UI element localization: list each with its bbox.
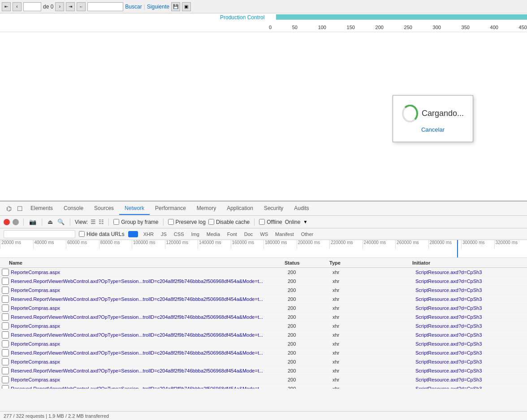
sep3 [70, 219, 70, 226]
tab-sources[interactable]: Sources [89, 202, 119, 215]
filter-js[interactable]: JS [159, 231, 168, 237]
table-row[interactable]: Reserved.ReportViewerWebControl.axd?OpTy… [0, 313, 527, 321]
table-row[interactable]: Reserved.ReportViewerWebControl.axd?OpTy… [0, 330, 527, 339]
group-by-frame-label[interactable]: Group by frame [113, 219, 158, 225]
row-status-7: 200 [288, 332, 333, 338]
offline-checkbox[interactable] [259, 219, 265, 225]
siguiente-link[interactable]: Siguiente [147, 4, 169, 10]
col-status-header[interactable]: Status [285, 260, 329, 266]
back-button[interactable]: ← [77, 2, 86, 11]
search-input[interactable] [87, 2, 123, 11]
clear-button[interactable] [13, 219, 19, 225]
filter-manifest[interactable]: Manifest [273, 231, 296, 237]
refresh-button[interactable]: ▣ [182, 2, 191, 11]
tab-memory[interactable]: Memory [191, 202, 221, 215]
filter-input[interactable] [4, 230, 75, 238]
table-row[interactable]: ReporteCompras.aspx 200 xhr ScriptResour… [0, 321, 527, 330]
row-status-2: 200 [288, 287, 333, 293]
first-page-button[interactable]: ⇤ [2, 2, 11, 11]
tab-audits[interactable]: Audits [289, 202, 314, 215]
filter-xhr[interactable]: XHR [142, 231, 156, 237]
camera-icon[interactable]: 📷 [28, 219, 37, 225]
group-by-frame-checkbox[interactable] [113, 219, 119, 225]
table-row[interactable]: ReporteCompras.aspx 200 xhr ScriptResour… [0, 357, 527, 366]
col-name-header[interactable]: Name [0, 260, 285, 266]
next-page-button[interactable]: › [55, 2, 64, 11]
filter-doc[interactable]: Doc [242, 231, 255, 237]
inspect-icon[interactable]: ⌬ [4, 203, 14, 214]
buscar-link[interactable]: Buscar [125, 4, 142, 10]
col-type-header[interactable]: Type [329, 260, 412, 266]
cancel-link[interactable]: Cancelar [402, 126, 464, 133]
devtools-tabs: ⌬ ☐ Elements Console Sources Network Per… [0, 201, 527, 216]
table-row[interactable]: Reserved.ReportViewerWebControl.axd?OpTy… [0, 295, 527, 304]
disable-cache-label[interactable]: Disable cache [208, 219, 250, 225]
row-checkbox-3[interactable] [2, 296, 9, 303]
tab-application[interactable]: Application [221, 202, 259, 215]
row-checkbox-5[interactable] [2, 313, 9, 321]
device-icon[interactable]: ☐ [14, 203, 25, 214]
filter-font[interactable]: Font [225, 231, 239, 237]
table-row[interactable]: Reserved.ReportViewerWebControl.axd?OpTy… [0, 366, 527, 375]
filter-all[interactable]: All [128, 231, 138, 237]
row-checkbox-1[interactable] [2, 278, 9, 285]
row-type-8: xhr [333, 341, 415, 347]
export-button[interactable]: 💾 [171, 2, 180, 11]
row-name-5: Reserved.ReportViewerWebControl.axd?OpTy… [11, 314, 288, 320]
filter-img[interactable]: Img [189, 231, 201, 237]
last-page-button[interactable]: ⇥ [66, 2, 75, 11]
table-row[interactable]: ReporteCompras.aspx 200 xhr ScriptResour… [0, 286, 527, 295]
table-row[interactable]: Reserved.ReportViewerWebControl.axd?OpTy… [0, 348, 527, 357]
row-checkbox-4[interactable] [2, 304, 9, 312]
table-row[interactable]: ReporteCompras.aspx 200 xhr ScriptResour… [0, 304, 527, 313]
page-number-input[interactable] [23, 2, 41, 11]
table-row[interactable]: ReporteCompras.aspx 200 xhr ScriptResour… [0, 375, 527, 384]
filter-media[interactable]: Media [205, 231, 222, 237]
time-280k: 280000 ms [428, 240, 462, 249]
row-checkbox-2[interactable] [2, 287, 9, 294]
hide-data-urls-checkbox[interactable] [79, 231, 85, 237]
table-row[interactable]: ReporteCompras.aspx 200 xhr ScriptResour… [0, 339, 527, 348]
preserve-log-checkbox[interactable] [168, 219, 174, 225]
record-button[interactable] [4, 219, 10, 225]
row-checkbox-13[interactable] [2, 385, 9, 389]
offline-label[interactable]: Offline [259, 219, 282, 225]
row-status-5: 200 [288, 314, 333, 320]
table-row[interactable]: ReporteCompras.aspx 200 xhr ScriptResour… [0, 268, 527, 277]
sep1 [23, 219, 24, 226]
row-checkbox-7[interactable] [2, 331, 9, 339]
preserve-log-label[interactable]: Preserve log [168, 219, 206, 225]
row-checkbox-9[interactable] [2, 349, 9, 356]
filter-icon[interactable]: ⏏ [47, 219, 54, 225]
row-checkbox-6[interactable] [2, 322, 9, 330]
row-status-12: 200 [288, 377, 333, 382]
row-name-3: Reserved.ReportViewerWebControl.axd?OpTy… [11, 296, 288, 302]
search-icon[interactable]: 🔍 [56, 219, 65, 225]
table-row[interactable]: Reserved.ReportViewerWebControl.axd?OpTy… [0, 384, 527, 389]
filter-ws[interactable]: WS [258, 231, 270, 237]
tab-console[interactable]: Console [58, 202, 89, 215]
row-checkbox-8[interactable] [2, 340, 9, 347]
tab-performance[interactable]: Performance [150, 202, 191, 215]
tab-security[interactable]: Security [259, 202, 289, 215]
tab-network[interactable]: Network [119, 202, 150, 215]
filter-css[interactable]: CSS [172, 231, 186, 237]
row-checkbox-12[interactable] [2, 376, 9, 383]
dropdown-arrow-icon[interactable]: ▼ [303, 219, 307, 224]
row-initiator-4: ScriptResource.axd?d=CpSh3 [415, 305, 527, 311]
view-grid-icon[interactable]: ☷ [99, 219, 104, 225]
tab-elements[interactable]: Elements [25, 202, 58, 215]
filter-other[interactable]: Other [299, 231, 315, 237]
devtools-toolbar: 📷 ⏏ 🔍 View: ☰ ☷ Group by frame Preserve … [0, 216, 527, 228]
time-80k: 80000 ms [99, 240, 132, 249]
row-checkbox-11[interactable] [2, 367, 9, 374]
row-checkbox-0[interactable] [2, 269, 9, 276]
row-initiator-8: ScriptResource.axd?d=CpSh3 [415, 341, 527, 347]
prev-page-button[interactable]: ‹ [13, 2, 22, 11]
disable-cache-checkbox[interactable] [208, 219, 214, 225]
row-checkbox-10[interactable] [2, 358, 9, 365]
col-initiator-header[interactable]: Initiator [412, 260, 527, 266]
view-list-icon[interactable]: ☰ [91, 219, 96, 225]
table-row[interactable]: Reserved.ReportViewerWebControl.axd?OpTy… [0, 277, 527, 286]
hide-data-urls-label[interactable]: Hide data URLs [79, 231, 125, 237]
